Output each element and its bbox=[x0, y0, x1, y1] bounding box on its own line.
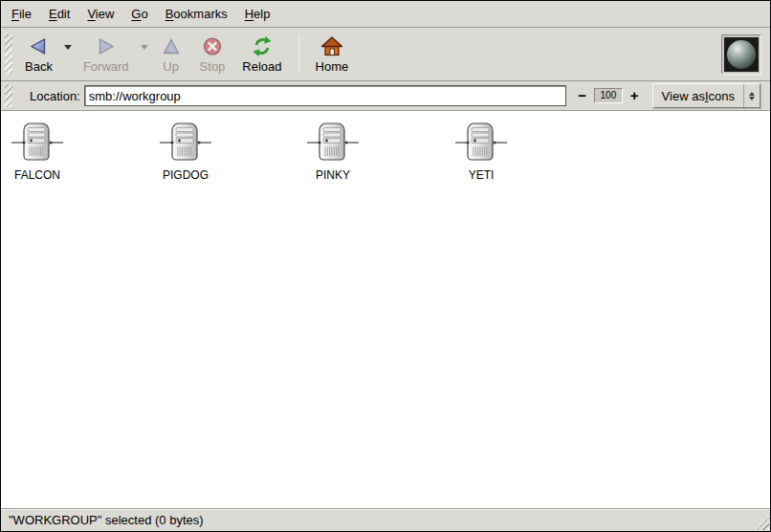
up-button[interactable]: Up bbox=[152, 32, 190, 77]
server-item-pinky[interactable]: PINKY bbox=[280, 121, 386, 182]
menu-edit[interactable]: Edit bbox=[40, 3, 78, 25]
up-label: Up bbox=[163, 60, 179, 74]
menu-go[interactable]: Go bbox=[122, 3, 156, 25]
zoom-level-indicator: 100 bbox=[594, 88, 623, 103]
stop-icon bbox=[201, 34, 224, 58]
server-label: PIGDOG bbox=[163, 168, 209, 182]
server-label: FALCON bbox=[14, 168, 60, 182]
menu-help[interactable]: Help bbox=[236, 3, 279, 25]
back-arrow-icon bbox=[27, 34, 50, 58]
back-button[interactable]: Back bbox=[17, 32, 60, 77]
network-server-icon bbox=[454, 121, 508, 165]
home-label: Home bbox=[316, 60, 349, 74]
toolbar-drag-handle[interactable] bbox=[5, 34, 12, 75]
forward-history-dropdown[interactable] bbox=[138, 38, 151, 57]
zoom-out-button[interactable]: − bbox=[574, 87, 590, 104]
file-manager-window: File Edit View Go Bookmarks Help Back Fo… bbox=[0, 0, 771, 532]
network-server-icon bbox=[11, 121, 64, 165]
dropdown-arrow-icon bbox=[743, 84, 760, 107]
home-button[interactable]: Home bbox=[308, 32, 357, 77]
network-server-icon bbox=[159, 121, 212, 165]
network-server-icon bbox=[306, 121, 360, 165]
reload-label: Reload bbox=[242, 60, 281, 74]
forward-button[interactable]: Forward bbox=[76, 32, 137, 77]
location-bar-drag-handle[interactable] bbox=[5, 84, 12, 107]
server-label: PINKY bbox=[316, 168, 350, 182]
throbber bbox=[721, 34, 761, 75]
menu-bar: File Edit View Go Bookmarks Help bbox=[1, 1, 770, 28]
icon-view[interactable]: FALCON PIGDOG bbox=[1, 111, 770, 508]
menu-bookmarks[interactable]: Bookmarks bbox=[157, 3, 236, 25]
location-label: Location: bbox=[30, 89, 80, 103]
menu-view[interactable]: View bbox=[78, 3, 122, 25]
menu-file[interactable]: File bbox=[3, 3, 40, 25]
status-text: "WORKGROUP" selected (0 bytes) bbox=[9, 513, 204, 527]
main-toolbar: Back Forward Up Stop bbox=[1, 28, 770, 81]
chevron-down-icon bbox=[141, 45, 148, 50]
gnome-globe-throbber-icon bbox=[727, 40, 756, 69]
reload-button[interactable]: Reload bbox=[234, 32, 289, 77]
view-as-dropdown[interactable]: View as Icons bbox=[652, 83, 760, 108]
status-bar: "WORKGROUP" selected (0 bytes) bbox=[1, 508, 770, 531]
server-label: YETI bbox=[469, 168, 495, 182]
reload-icon bbox=[251, 34, 274, 58]
zoom-in-button[interactable]: + bbox=[627, 87, 643, 104]
stop-button[interactable]: Stop bbox=[192, 32, 233, 77]
toolbar-separator bbox=[298, 36, 299, 73]
forward-arrow-icon bbox=[95, 34, 118, 58]
stop-label: Stop bbox=[200, 60, 226, 74]
location-bar: Location: − 100 + View as Icons bbox=[1, 81, 770, 111]
server-item-falcon[interactable]: FALCON bbox=[1, 121, 90, 182]
throbber-screen bbox=[724, 37, 759, 72]
up-arrow-icon bbox=[160, 34, 183, 58]
location-input[interactable] bbox=[84, 85, 566, 106]
back-history-dropdown[interactable] bbox=[61, 38, 75, 57]
back-label: Back bbox=[25, 60, 53, 74]
chevron-down-icon bbox=[64, 45, 72, 50]
server-item-yeti[interactable]: YETI bbox=[429, 121, 534, 182]
forward-label: Forward bbox=[83, 60, 129, 74]
resize-grip[interactable] bbox=[753, 514, 769, 530]
home-icon bbox=[320, 34, 343, 58]
server-item-pigdog[interactable]: PIGDOG bbox=[133, 121, 238, 182]
view-as-label: View as Icons bbox=[653, 84, 743, 107]
